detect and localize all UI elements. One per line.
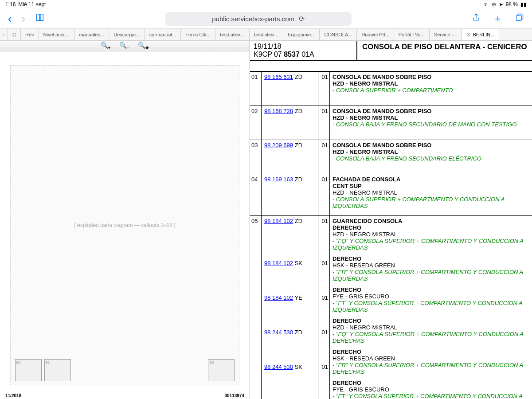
- part-desc-line: DERECHO: [332, 255, 529, 262]
- part-number-link[interactable]: 98 165 631: [264, 74, 293, 80]
- tab-label: C: [12, 32, 16, 37]
- forward-button[interactable]: ›: [22, 12, 26, 26]
- tab-10[interactable]: CONSOLA...: [320, 29, 357, 40]
- tab-label: best.aliex...: [254, 32, 279, 37]
- tab-close-icon[interactable]: ⊗: [466, 31, 471, 38]
- tab-9[interactable]: Equipamie...: [283, 29, 320, 40]
- tab-scroll-left[interactable]: ‹: [0, 29, 8, 40]
- address-bar[interactable]: public.servicebox-parts.com ⟳: [165, 12, 352, 26]
- tab-3[interactable]: manuales...: [74, 29, 109, 40]
- tab-label: manuales...: [79, 32, 104, 37]
- tab-0[interactable]: C: [8, 29, 21, 40]
- part-number-link[interactable]: 98 184 102: [264, 294, 293, 301]
- part-suffix: ZD: [293, 218, 302, 224]
- part-desc-line: HZD - NEGRO MISTRAL: [332, 189, 529, 196]
- col-qty: 01: [318, 140, 330, 174]
- part-suffix: YE: [293, 294, 302, 301]
- tab-5[interactable]: carmanual...: [145, 29, 181, 40]
- tab-4[interactable]: Descargar...: [109, 29, 145, 40]
- thumb-80[interactable]: 80: [15, 359, 42, 381]
- part-note: - "FR" Y CONSOLA SUPERIOR + COMPARTIMENT…: [332, 269, 529, 282]
- col-description: GUARNECIDO CONSOLADERECHOHZD - NEGRO MIS…: [330, 216, 532, 399]
- table-row: 0198 165 631 ZD01CONSOLA DE MANDO SOBRE …: [250, 72, 532, 106]
- header-spacer: [250, 61, 532, 72]
- part-number-link[interactable]: 98 244 530: [264, 364, 293, 370]
- table-row: 0598 184 102 ZD98 184 102 SK98 184 102 Y…: [250, 216, 532, 399]
- part-suffix: ZD: [293, 108, 302, 114]
- part-note: - "FT" Y CONSOLA SUPERIOR + COMPARTIMENT…: [332, 393, 529, 399]
- tab-label: CONSOLA...: [324, 32, 352, 37]
- col-description: FACHADA DE CONSOLACENT SUPHZD - NEGRO MI…: [330, 174, 532, 215]
- row-index: 04: [250, 174, 262, 215]
- location-icon: ➤: [499, 1, 503, 8]
- bookmarks-button[interactable]: [35, 12, 45, 25]
- col-partnumber: 98 165 631 ZD: [262, 72, 318, 106]
- zoom-in-button[interactable]: 🔍+: [101, 42, 110, 50]
- part-title: GUARNECIDO CONSOLA: [332, 218, 529, 224]
- part-note: - "FQ" Y CONSOLA SUPERIOR + COMPARTIMENT…: [332, 238, 529, 251]
- part-desc-line: DERECHO: [332, 286, 529, 293]
- exploded-diagram: [ exploded parts diagram — callouts 1–18…: [10, 65, 240, 385]
- qty: 01: [320, 176, 328, 214]
- tab-6[interactable]: Foros Citr...: [181, 29, 215, 40]
- share-button[interactable]: [472, 12, 481, 25]
- part-number-link[interactable]: 98 244 530: [264, 329, 293, 336]
- qty: 01: [320, 260, 328, 290]
- part-desc-line: HSK - RESEDA GREEN: [332, 262, 529, 269]
- diagram-area[interactable]: [ exploded parts diagram — callouts 1–18…: [0, 51, 250, 399]
- tab-label: best.aliex...: [220, 32, 245, 37]
- tab-2[interactable]: Nivel aceit...: [39, 29, 75, 40]
- refresh-icon[interactable]: ⟳: [299, 15, 305, 23]
- zoom-pan-button[interactable]: 🔍✥: [138, 42, 149, 50]
- row-index: 01: [250, 72, 262, 106]
- part-desc-line: HZD - NEGRO MISTRAL: [332, 324, 529, 331]
- tab-13[interactable]: Service -...: [430, 29, 462, 40]
- parts-table-pane[interactable]: 19/11/18 K9CP 07 8537 01A CONSOLA DE PIS…: [250, 41, 532, 399]
- tab-label: Huawei P3...: [361, 32, 389, 37]
- row-index: 05: [250, 216, 262, 399]
- part-desc-line: DERECHO: [332, 317, 529, 324]
- part-number-link[interactable]: 98 209 699: [264, 142, 293, 149]
- qty: 01: [320, 108, 328, 138]
- tab-12[interactable]: Portátil Va...: [394, 29, 430, 40]
- browser-toolbar: ‹ › public.servicebox-parts.com ⟳ ＋: [0, 9, 532, 28]
- thumb-82[interactable]: 82: [208, 359, 235, 381]
- thumb-81[interactable]: 81: [44, 359, 71, 381]
- tab-label: Nivel aceit...: [43, 32, 70, 37]
- row-index: 02: [250, 106, 262, 140]
- part-title: CONSOLA DE MANDO SOBRE PISO: [332, 74, 529, 80]
- qty: 01: [320, 329, 328, 359]
- tab-11[interactable]: Huawei P3...: [357, 29, 394, 40]
- part-number-link[interactable]: 98 184 102: [264, 260, 293, 266]
- part-desc-line: HZD - NEGRO MISTRAL: [332, 114, 529, 121]
- tab-14[interactable]: ⊗BERLIN...: [462, 29, 499, 40]
- col-qty: 010101010101: [318, 216, 330, 399]
- part-number-link[interactable]: 98 168 728: [264, 108, 293, 114]
- part-suffix: ZD: [293, 329, 302, 336]
- header-date: 19/11/18: [254, 43, 353, 51]
- new-tab-button[interactable]: ＋: [493, 12, 503, 25]
- qty: 01: [320, 218, 328, 255]
- zoom-out-button[interactable]: 🔍−: [119, 42, 129, 50]
- part-desc-line: HSK - RESEDA GREEN: [332, 355, 529, 362]
- tab-1[interactable]: Rev: [21, 29, 39, 40]
- back-button[interactable]: ‹: [8, 12, 12, 26]
- tab-7[interactable]: best.aliex...: [215, 29, 250, 40]
- part-suffix: ZD: [293, 176, 302, 183]
- part-suffix: SK: [293, 260, 302, 266]
- part-note: - CONSOLA SUPERIOR + COMPARTIMENTO Y CON…: [332, 196, 529, 209]
- svg-rect-0: [516, 16, 522, 21]
- part-note: - CONSOLA SUPERIOR + COMPARTIMENTO: [332, 87, 529, 94]
- col-partnumber: 98 168 728 ZD: [262, 106, 318, 140]
- tab-strip: ‹ CRevNivel aceit...manuales...Descargar…: [0, 28, 532, 41]
- part-number-link[interactable]: 98 169 163: [264, 176, 293, 183]
- tab-label: carmanual...: [149, 32, 176, 37]
- rotation-lock-icon: ⊛: [492, 1, 496, 8]
- part-title: CONSOLA DE MANDO SOBRE PISO: [332, 142, 529, 149]
- part-desc-line: HZD - NEGRO MISTRAL: [332, 231, 529, 238]
- tabs-button[interactable]: [515, 13, 524, 24]
- tab-8[interactable]: best.aliex...: [250, 29, 284, 40]
- part-number-link[interactable]: 98 184 102: [264, 218, 293, 224]
- tab-label: Equipamie...: [288, 32, 315, 37]
- table-header: 19/11/18 K9CP 07 8537 01A CONSOLA DE PIS…: [250, 41, 532, 61]
